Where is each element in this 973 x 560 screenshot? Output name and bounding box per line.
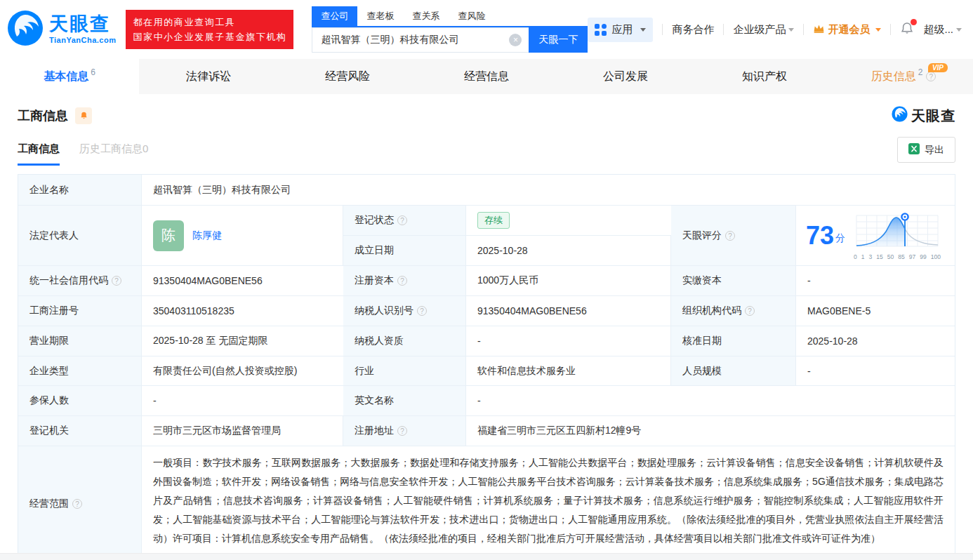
field-label: 行业 [343, 356, 466, 386]
label-text: 组织机构代码 [682, 305, 741, 317]
credit-code-value: 91350404MAG0BENE56 [142, 266, 343, 296]
help-icon[interactable] [397, 276, 407, 286]
field-label: 人员规模 [671, 356, 796, 386]
score-distribution-chart: 0 1 3 15 50 85 97 99 100 [852, 211, 942, 260]
tab-label: 法律诉讼 [186, 69, 231, 84]
help-icon[interactable] [397, 426, 407, 436]
chevron-down-icon [788, 28, 794, 32]
axis-tick: 99 [920, 253, 926, 260]
search-tab-relation[interactable]: 查关系 [403, 6, 449, 26]
taxpayer-id-value: 91350404MAG0BENE56 [466, 296, 671, 326]
subtab-count: 0 [143, 142, 148, 154]
export-label: 导出 [925, 144, 944, 156]
subtab-history-business-info[interactable]: 历史工商信息0 [79, 142, 148, 166]
export-button[interactable]: 导出 [897, 137, 955, 163]
business-scope-value: 一般项目：数字技术服务；互联网数据服务；大数据服务；数据处理和存储支持服务；人工… [142, 446, 955, 560]
nav-divider [803, 24, 804, 35]
field-label: 经营范围 [18, 446, 142, 560]
approval-date-value: 2025-10-28 [796, 326, 955, 356]
search-tab-company[interactable]: 查公司 [312, 6, 357, 26]
avatar[interactable]: 陈 [153, 220, 184, 251]
field-label: 登记状态 [343, 206, 466, 236]
field-label: 核准日期 [671, 326, 796, 356]
tab-intellectual-property[interactable]: 知识产权 [695, 59, 834, 94]
axis-tick: 15 [876, 253, 882, 260]
score-axis-ticks: 0 1 3 15 50 85 97 99 100 [852, 253, 942, 260]
help-icon[interactable] [725, 231, 735, 241]
search-input[interactable] [312, 27, 529, 53]
company-name-value: 超讯智算（三明）科技有限公司 [142, 175, 955, 206]
tab-operation-risk[interactable]: 经营风险 [278, 59, 417, 94]
tab-company-development[interactable]: 公司发展 [556, 59, 695, 94]
company-detail-tabs: 基本信息 6 法律诉讼 经营风险 经营信息 公司发展 知识产权 VIP 历史信息… [0, 59, 973, 94]
search-tab-boss[interactable]: 查老板 [357, 6, 403, 26]
search-tab-risk[interactable]: 查风险 [449, 6, 494, 26]
tab-operation-info[interactable]: 经营信息 [417, 59, 556, 94]
help-icon[interactable] [745, 306, 755, 316]
business-info-section: 工商信息 天眼查 工商信息 历史工商信息0 导出 企业名称 超讯智算（三明）科技… [0, 106, 973, 560]
field-label: 纳税人识别号 [343, 296, 466, 326]
help-icon[interactable] [397, 215, 407, 225]
tab-count: 2 [918, 67, 923, 77]
axis-tick: 1 [861, 253, 865, 260]
legal-rep-link[interactable]: 陈厚健 [192, 229, 222, 242]
field-label: 组织机构代码 [671, 296, 796, 326]
help-icon[interactable] [417, 306, 427, 316]
tab-legal-litigation[interactable]: 法律诉讼 [139, 59, 278, 94]
field-label: 纳税人资质 [343, 326, 466, 356]
tab-count: 6 [91, 67, 95, 77]
field-label: 成立日期 [343, 236, 466, 266]
field-label: 企业名称 [18, 175, 142, 206]
label-text: 天眼评分 [682, 229, 722, 242]
industry-value: 软件和信息技术服务业 [466, 356, 671, 386]
tab-basic-info[interactable]: 基本信息 6 [0, 59, 139, 94]
help-icon[interactable] [72, 499, 82, 509]
subscribe-bell-icon[interactable] [75, 107, 92, 124]
label-text: 登记状态 [355, 214, 394, 227]
status-badge: 存续 [477, 212, 510, 229]
promo-banner: 都在用的商业查询工具 国家中小企业发展子基金旗下机构 [126, 10, 293, 49]
field-label: 注册资本 [343, 266, 466, 296]
tab-label: 知识产权 [742, 69, 787, 84]
tab-history-info[interactable]: VIP 历史信息 2 [834, 59, 973, 94]
taxpayer-quality-value: - [466, 326, 671, 356]
tianyancha-logo[interactable]: 天眼查 TianYanCha.com [7, 10, 116, 49]
reg-capital-value: 1000万人民币 [466, 266, 671, 296]
apps-menu[interactable]: 应用 [588, 18, 653, 42]
nav-enterprise-products[interactable]: 企业级产品 [733, 23, 794, 36]
business-term-value: 2025-10-28 至 无固定期限 [142, 326, 343, 356]
score-value: 73 [806, 223, 834, 248]
nav-open-vip[interactable]: 开通会员 [813, 23, 881, 36]
help-icon[interactable] [112, 276, 121, 286]
nav-super-vip[interactable]: 超级... [923, 23, 962, 36]
tab-label: 经营信息 [464, 69, 509, 84]
field-label: 工商注册号 [18, 296, 142, 326]
field-label: 注册地址 [343, 416, 466, 446]
label-text: 注册资本 [355, 274, 394, 287]
axis-tick: 100 [931, 253, 941, 260]
search-button[interactable]: 天眼一下 [529, 27, 588, 53]
notification-bell-icon[interactable] [900, 21, 914, 38]
promo-line1: 都在用的商业查询工具 [133, 15, 286, 29]
watermark-text: 天眼查 [911, 107, 955, 126]
apps-label: 应用 [611, 23, 633, 36]
field-label: 实缴资本 [671, 266, 796, 296]
subtab-business-info[interactable]: 工商信息 [18, 142, 60, 166]
tianyancha-watermark: 天眼查 [892, 106, 955, 126]
top-header: 天眼查 TianYanCha.com 都在用的商业查询工具 国家中小企业发展子基… [0, 0, 973, 59]
tab-label: 基本信息 [44, 69, 88, 84]
org-code-value: MAG0BENE-5 [796, 296, 955, 326]
tianyancha-swirl-icon [892, 106, 908, 126]
nav-cooperation[interactable]: 商务合作 [672, 23, 714, 36]
company-type-value: 有限责任公司(自然人投资或控股) [142, 356, 343, 386]
axis-tick: 85 [898, 253, 904, 260]
tianyan-score-cell[interactable]: 73 分 [796, 206, 955, 266]
field-label: 营业期限 [18, 326, 142, 356]
apps-grid-icon [595, 24, 607, 36]
nav-divider [662, 24, 663, 35]
help-icon[interactable] [926, 72, 936, 81]
search-tabs: 查公司 查老板 查关系 查风险 [312, 6, 588, 26]
tab-label: 公司发展 [603, 69, 648, 84]
paid-capital-value: - [796, 266, 955, 296]
reg-address-value: 福建省三明市三元区五四新村12幢9号 [466, 416, 955, 446]
